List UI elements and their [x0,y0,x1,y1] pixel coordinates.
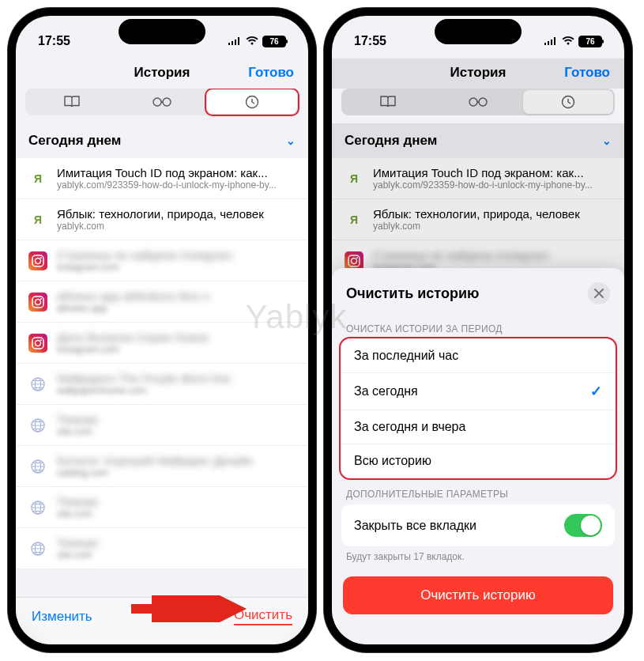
svg-point-23 [469,98,477,106]
history-row[interactable]: ЯИмитация Touch ID под экраном: как...ya… [16,158,308,199]
clear-history-button[interactable]: Очистить историю [343,576,613,614]
signal-icon [228,36,242,46]
row-subtitle: catalog.com [57,467,296,478]
yablyk-favicon: Я [28,210,47,229]
period-option[interactable]: За сегодня✓ [341,373,615,410]
navbar: История Готово [16,59,308,89]
row-subtitle: instagram.com [57,344,296,355]
svg-point-27 [352,258,357,263]
row-title: Страница не найдена Instagram [57,248,296,262]
option-label: За сегодня [354,384,418,398]
history-row[interactable]: ЯЯблык: технологии, природа, человекyabl… [332,199,624,240]
period-option[interactable]: За последний час [341,339,615,373]
history-row[interactable]: Темнаяsite.com [16,528,308,569]
row-title: Темная [57,413,296,426]
period-option[interactable]: Всю историю [341,444,615,478]
row-title: Wallpapers The Purple direct line [57,372,296,385]
sheet-title: Очистить историю [346,285,479,302]
globe-favicon [28,457,47,476]
svg-point-5 [40,257,42,259]
yablyk-favicon: Я [345,210,363,229]
page-title: История [450,65,507,81]
section-header[interactable]: Сегодня днем ⌄ [332,123,624,158]
history-row[interactable]: Темнаяsite.com [16,405,308,446]
close-tabs-toggle[interactable] [564,514,602,537]
history-row[interactable]: Страница не найдена Instagraminstagram.c… [16,240,308,281]
section-header[interactable]: Сегодня днем ⌄ [16,123,308,158]
section-title: Сегодня днем [28,133,121,149]
row-title: Яблык: технологии, природа, человек [57,207,296,221]
navbar: История Готово [332,59,624,89]
history-row[interactable]: Wallpapers The Purple direct linewallpap… [16,364,308,405]
done-button[interactable]: Готово [248,65,294,81]
instagram-favicon [28,334,47,353]
row-subtitle: site.com [57,550,296,561]
history-row[interactable]: ЯЯблык: технологии, природа, человекyabl… [16,199,308,240]
globe-favicon [28,416,47,435]
checkmark-icon: ✓ [590,383,602,400]
row-text: Дата Выпуска Серии Новоеinstagram.com [57,330,296,355]
tab-history[interactable] [207,90,297,114]
tab-reading-list[interactable] [117,90,207,114]
close-tabs-row[interactable]: Закрыть все вкладки [341,504,615,546]
svg-point-1 [163,98,171,106]
option-label: За последний час [354,349,458,363]
period-option[interactable]: За сегодня и вчера [341,410,615,444]
svg-point-7 [36,299,41,304]
section-title: Сегодня днем [345,133,437,149]
book-icon [63,96,81,108]
dynamic-island [435,19,522,44]
wifi-icon [562,36,574,46]
history-list: ЯИмитация Touch ID под экраном: как...ya… [332,158,624,281]
globe-favicon [28,375,47,394]
tab-bookmarks[interactable] [27,90,117,114]
row-text: Имитация Touch ID под экраном: как...yab… [373,166,612,191]
svg-point-24 [479,98,487,106]
history-row[interactable]: allnews app definitions Все нallnews.app [16,281,308,323]
row-title: Имитация Touch ID под экраном: как... [373,166,612,179]
close-tabs-label: Закрыть все вкладки [354,519,476,533]
history-row[interactable]: Дата Выпуска Серии Новоеinstagram.com [16,323,308,364]
close-icon [594,289,604,298]
svg-point-10 [36,340,41,346]
group-label-additional: ДОПОЛНИТЕЛЬНЫЕ ПАРАМЕТРЫ [332,478,624,504]
row-text: Wallpapers The Purple direct linewallpap… [57,372,296,396]
row-text: Темнаяsite.com [57,495,296,519]
tab-bookmarks[interactable] [343,90,433,114]
additional-options: Закрыть все вкладки [341,504,615,546]
row-text: Страница не найдена Instagraminstagram.c… [57,248,296,273]
battery-level: 76 [262,36,286,47]
history-row[interactable]: ЯИмитация Touch ID под экраном: как...ya… [332,158,624,199]
row-title: Каталог Хороший Wallpaper Дизайн [57,454,296,467]
row-title: allnews app definitions Все н [57,289,296,303]
tab-history[interactable] [523,90,613,114]
svg-rect-26 [348,255,360,266]
row-subtitle: site.com [57,426,296,437]
row-text: Каталог Хороший Wallpaper Дизайнcatalog.… [57,454,296,478]
svg-rect-9 [32,338,43,349]
history-row[interactable]: Темнаяsite.com [16,487,308,528]
annotation-arrow [126,595,253,622]
wifi-icon [246,36,258,46]
tab-reading-list[interactable] [433,90,523,114]
svg-rect-3 [32,255,43,266]
battery-level: 76 [578,36,602,47]
row-subtitle: instagram.com [57,262,296,273]
dynamic-island [119,19,205,44]
phone-left: 17:55 76 История Готово [8,8,316,652]
svg-point-4 [36,258,41,263]
chevron-down-icon: ⌄ [602,134,612,147]
row-subtitle: yablyk.com [373,221,612,232]
close-button[interactable] [588,282,610,304]
row-subtitle: yablyk.com/923359-how-do-i-unlock-my-iph… [57,179,296,191]
edit-button[interactable]: Изменить [32,609,92,625]
history-list: ЯИмитация Touch ID под экраном: как...ya… [16,158,308,569]
svg-point-8 [40,298,42,300]
chevron-down-icon: ⌄ [286,134,296,147]
row-text: Темнаяsite.com [57,413,296,437]
row-title: Темная [57,536,296,550]
done-button[interactable]: Готово [564,65,610,81]
row-title: Темная [57,495,296,508]
history-row[interactable]: Каталог Хороший Wallpaper Дизайнcatalog.… [16,446,308,487]
group-label-period: ОЧИСТКА ИСТОРИИ ЗА ПЕРИОД [332,312,624,339]
